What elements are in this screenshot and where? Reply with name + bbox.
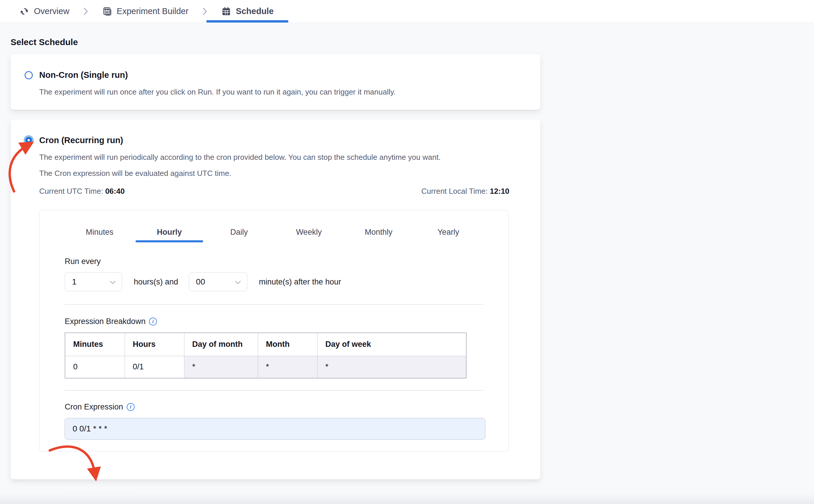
cron-radio-selected[interactable] [25,137,32,143]
column-header-hours: Hours [125,333,184,356]
tab-hourly[interactable]: Hourly [134,222,204,242]
minutes-select[interactable]: 00 [189,272,247,291]
column-header-minutes: Minutes [65,333,125,356]
utc-time-value: 06:40 [105,187,125,196]
tab-weekly[interactable]: Weekly [274,222,344,242]
info-icon[interactable]: i [127,403,135,411]
chaos-pinwheel-icon [19,6,29,16]
hours-select-value: 1 [72,277,77,287]
run-every-controls: 1 hours(s) and 00 minute(s) after the ho… [65,272,483,291]
utc-time-label: Current UTC Time: [39,187,103,196]
schedule-page: Overview Experiment Builder [0,0,814,504]
expression-breakdown-label: Expression Breakdown [65,317,145,326]
breadcrumb-label: Schedule [236,6,274,16]
tab-monthly[interactable]: Monthly [344,222,413,242]
cell-day-of-month-value: * [184,356,258,378]
non-cron-title: Non-Cron (Single run) [39,70,128,80]
expression-breakdown-table: Minutes Hours Day of month Month Day of … [65,332,467,378]
chevron-down-icon [109,277,116,287]
local-time-label: Current Local Time: [421,187,488,196]
local-time-value: 12:10 [490,187,510,196]
section-divider [65,390,483,391]
hours-suffix-label: hours(s) and [134,277,178,287]
non-cron-radio[interactable] [25,71,33,79]
cell-month-value: * [258,356,317,378]
experiment-builder-icon [102,6,112,16]
breadcrumb-item-experiment-builder[interactable]: Experiment Builder [102,0,188,23]
tab-daily[interactable]: Daily [204,222,274,242]
info-icon[interactable]: i [149,318,157,325]
cron-expression-label: Cron Expression [65,402,123,412]
calendar-icon [221,6,231,16]
cell-day-of-week-value: * [317,356,466,378]
current-local-time: Current Local Time: 12:10 [421,187,509,196]
column-header-month: Month [258,333,317,356]
minutes-suffix-label: minute(s) after the hour [259,277,341,287]
current-times-row: Current UTC Time: 06:40 Current Local Ti… [39,187,509,196]
cron-title: Cron (Recurring run) [39,136,123,145]
current-utc-time: Current UTC Time: 06:40 [39,187,125,196]
minutes-select-value: 00 [196,277,205,287]
section-divider [65,304,483,305]
table-value-row: 0 0/1 * * * [65,356,466,378]
breadcrumb-label: Experiment Builder [117,6,188,16]
column-header-day-of-week: Day of week [317,333,466,356]
non-cron-description: The experiment will run once after you c… [39,88,540,97]
breadcrumb-item-schedule[interactable]: Schedule [221,0,274,23]
cell-minutes-value: 0 [65,356,125,378]
page-bottom-gradient [0,493,814,504]
cron-description-2: The Cron expression will be evaluated ag… [39,169,540,178]
cron-scheduler-panel: Minutes Hourly Daily Weekly Monthly Year… [39,210,509,452]
cron-expression-header: Cron Expression i [65,402,483,412]
cell-hours-value: 0/1 [125,356,184,378]
cron-expression-input[interactable] [65,418,485,440]
frequency-tabs: Minutes Hourly Daily Weekly Monthly Year… [65,222,483,242]
hours-select[interactable]: 1 [65,272,122,291]
breadcrumb-label: Overview [34,6,69,16]
breadcrumb: Overview Experiment Builder [0,0,814,23]
table-header-row: Minutes Hours Day of month Month Day of … [65,333,466,356]
chevron-right-icon [202,7,208,16]
cron-description-1: The experiment will run periodically acc… [39,153,540,162]
chevron-down-icon [235,277,241,287]
non-cron-option-card[interactable]: Non-Cron (Single run) The experiment wil… [11,54,540,110]
tab-minutes[interactable]: Minutes [65,222,134,242]
chevron-right-icon [83,7,89,16]
cron-option-card[interactable]: Cron (Recurring run) The experiment will… [11,119,540,479]
page-title: Select Schedule [11,37,803,47]
tab-yearly[interactable]: Yearly [414,222,483,242]
breadcrumb-item-overview[interactable]: Overview [19,0,69,23]
expression-breakdown-header: Expression Breakdown i [65,317,483,326]
column-header-day-of-month: Day of month [184,333,258,356]
run-every-label: Run every [65,257,483,266]
